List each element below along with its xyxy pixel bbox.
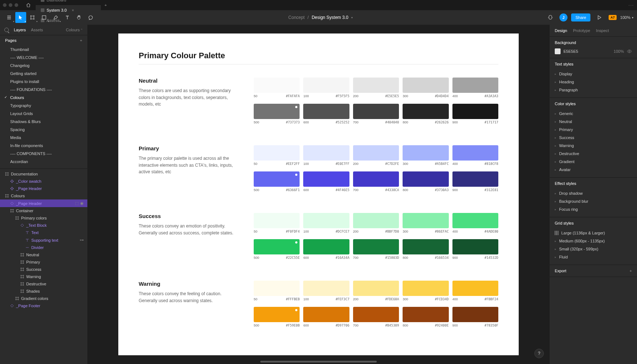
layer-row[interactable]: _Text Block	[0, 222, 87, 229]
text-tool[interactable]	[62, 12, 73, 23]
visibility-toggle-icon[interactable]	[627, 50, 632, 53]
color-swatch[interactable]: 900#14532D	[452, 239, 498, 263]
layer-row[interactable]: Supporting text⊶	[0, 236, 87, 244]
color-swatch[interactable]: 600#525252	[303, 104, 349, 128]
page-item[interactable]: ---- WELCOME ----	[0, 54, 87, 62]
color-swatch[interactable]: 200#E5E5E5	[353, 78, 399, 102]
color-swatch[interactable]: 900#312E81	[452, 171, 498, 195]
visibility-icon[interactable]: ◉	[80, 201, 84, 206]
page-item[interactable]: Layout Grids	[0, 110, 87, 118]
style-folder[interactable]: ▸Gradient	[555, 158, 632, 166]
layer-row[interactable]: Neutral	[0, 251, 87, 258]
background-opacity[interactable]: 100%	[614, 49, 624, 54]
overflow-menu-icon[interactable]: ···	[629, 3, 634, 7]
artboard[interactable]: Primary Colour Palette NeutralThese colo…	[118, 33, 519, 355]
color-swatch[interactable]: 500#22C55E	[254, 239, 300, 263]
color-swatch[interactable]: 50#EEF2FF	[254, 145, 300, 169]
style-folder[interactable]: ▸Heading	[555, 78, 632, 86]
breadcrumb-project[interactable]: Concept	[288, 15, 305, 20]
color-swatch[interactable]: 700#15803D	[353, 239, 399, 263]
color-swatch[interactable]: 300#86EFAC	[403, 213, 448, 237]
comment-tool[interactable]	[85, 12, 96, 23]
color-swatch[interactable]: 600#D97706	[303, 307, 349, 331]
color-swatch[interactable]: 50#FAFAFA	[254, 78, 300, 102]
frame-tool[interactable]: ▾	[27, 12, 38, 23]
color-swatch[interactable]: 600#4F46E5	[303, 171, 349, 195]
color-swatch[interactable]: 100#DCFCE7	[303, 213, 349, 237]
color-swatch[interactable]: 600#16A34A	[303, 239, 349, 263]
color-swatch[interactable]: 400#818CF8	[452, 145, 498, 169]
style-folder[interactable]: ▸Primary	[555, 126, 632, 134]
layer-row[interactable]: Colours	[0, 192, 87, 199]
color-swatch[interactable]: 900#171717	[452, 104, 498, 128]
page-item[interactable]: Typography	[0, 102, 87, 110]
page-item[interactable]: Getting started	[0, 70, 87, 78]
page-item[interactable]: Accordian	[0, 158, 87, 166]
home-icon[interactable]	[24, 1, 33, 9]
pen-tool[interactable]: ▾	[50, 12, 61, 23]
search-icon[interactable]	[4, 28, 9, 32]
help-button[interactable]: ?	[534, 349, 544, 358]
breadcrumb[interactable]: Concept / Design System 3.0 ▾	[288, 15, 353, 20]
color-swatch[interactable]: 500#F59E0B	[254, 307, 300, 331]
hand-tool[interactable]	[74, 12, 84, 23]
page-item[interactable]: In-file components	[0, 142, 87, 150]
breadcrumb-file[interactable]: Design System 3.0	[312, 15, 348, 20]
layer-row[interactable]: Documentation	[0, 170, 87, 178]
background-swatch[interactable]	[555, 48, 561, 54]
window-controls[interactable]	[3, 3, 18, 7]
inspector-tab[interactable]: Design	[555, 28, 567, 33]
page-item[interactable]: Plugins to install	[0, 78, 87, 86]
color-swatch[interactable]: 900#78350F	[452, 307, 498, 331]
inspector-tab[interactable]: Inspect	[596, 28, 609, 33]
color-swatch[interactable]: 100#FEF3C7	[303, 281, 349, 305]
layer-row[interactable]: _Page Header	[0, 185, 87, 192]
layer-row[interactable]: Success	[0, 266, 87, 273]
canvas[interactable]: Primary Colour Palette NeutralThese colo…	[87, 25, 550, 364]
style-folder[interactable]: ▸Avatar	[555, 166, 632, 174]
main-menu-button[interactable]: ▾	[4, 12, 15, 23]
layer-row[interactable]: _Page Header⬚◉	[0, 199, 87, 207]
style-folder[interactable]: ▸Destructive	[555, 150, 632, 158]
layer-row[interactable]: Destructive	[0, 280, 87, 288]
move-tool[interactable]: ▾	[15, 12, 26, 23]
layers-tab[interactable]: Layers	[14, 28, 26, 32]
color-swatch[interactable]: 300#A5B4FC	[403, 145, 448, 169]
color-swatch[interactable]: 100#E0E7FF	[303, 145, 349, 169]
page-item[interactable]: Media	[0, 134, 87, 142]
layer-row[interactable]: Container	[0, 207, 87, 214]
page-item[interactable]: Changelog	[0, 62, 87, 70]
layer-row[interactable]: _Color swatch	[0, 178, 87, 185]
shape-tool[interactable]: ▾	[39, 12, 50, 23]
color-swatch[interactable]: 100#F5F5F5	[303, 78, 349, 102]
page-item[interactable]: ---- COMPONENTS ----	[0, 150, 87, 158]
style-folder[interactable]: ▸Focus ring	[555, 205, 632, 213]
style-folder[interactable]: ▸Medium (600px - 1135px)	[555, 237, 632, 245]
style-folder[interactable]: ▸Small (320px - 599px)	[555, 245, 632, 253]
color-swatch[interactable]: 500#6366F1	[254, 171, 300, 195]
user-avatar[interactable]: J	[559, 13, 567, 21]
layer-row[interactable]: Warning	[0, 273, 87, 280]
layer-row[interactable]: Divider	[0, 244, 87, 251]
inspector-tab[interactable]: Prototype	[573, 28, 590, 33]
layer-row[interactable]: _Page Footer	[0, 302, 87, 309]
zoom-control[interactable]: 100%▾	[620, 15, 633, 20]
share-button[interactable]: Share	[571, 13, 590, 21]
style-folder[interactable]: ▸Paragraph	[555, 86, 632, 94]
color-swatch[interactable]: 400#FBBF24	[452, 281, 498, 305]
color-swatch[interactable]: 300#FCD34D	[403, 281, 448, 305]
color-swatch[interactable]: 50#FFFBEB	[254, 281, 300, 305]
layer-row[interactable]: Gradient colors	[0, 295, 87, 302]
assets-tab[interactable]: Assets	[31, 28, 43, 32]
style-folder[interactable]: ▸Fluid	[555, 253, 632, 261]
file-tab[interactable]: Dashboard	[36, 0, 101, 5]
style-folder[interactable]: ▸Drop shadow	[555, 189, 632, 197]
layer-row[interactable]: Shades	[0, 288, 87, 295]
color-swatch[interactable]: 700#B45309	[353, 307, 399, 331]
style-folder[interactable]: ▸Success	[555, 134, 632, 142]
style-folder[interactable]: Large (1136px & Larger)	[555, 229, 632, 237]
color-swatch[interactable]: 700#404040	[353, 104, 399, 128]
style-folder[interactable]: ▸Display	[555, 70, 632, 78]
color-swatch[interactable]: 50#F0FDF4	[254, 213, 300, 237]
color-swatch[interactable]: 500#737373	[254, 104, 300, 128]
